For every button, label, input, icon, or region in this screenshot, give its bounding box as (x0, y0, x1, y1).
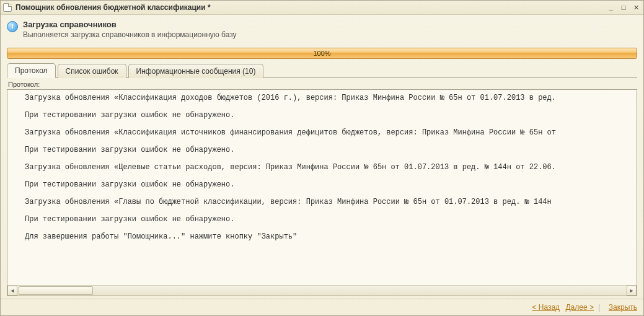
page-title: Загрузка справочников (23, 20, 237, 29)
log-panel: Загрузка обновления «Классификация доход… (7, 89, 637, 296)
horizontal-scrollbar[interactable]: ◄ ► (7, 285, 637, 296)
app-window: Помощник обновления бюджетной классифика… (0, 0, 644, 316)
log-line: Загрузка обновления «Главы по бюджетной … (25, 198, 632, 206)
log-line: При тестировании загрузки ошибок не обна… (25, 111, 632, 120)
back-button[interactable]: < Назад (532, 303, 560, 312)
scroll-thumb[interactable] (19, 286, 93, 295)
log-line: Загрузка обновления «Целевые статьи расх… (25, 163, 632, 172)
log-line: При тестировании загрузки ошибок не обна… (25, 215, 632, 224)
wizard-footer: < Назад Далее > | Закрыть (1, 299, 643, 315)
progress-label: 100% (7, 48, 637, 58)
next-button[interactable]: Далее > (565, 303, 594, 312)
page-header: i Загрузка справочников Выполняется загр… (7, 20, 637, 39)
page-subtitle: Выполняется загрузка справочников в инфо… (23, 30, 237, 39)
tab-errors[interactable]: Список ошибок (58, 64, 126, 78)
scroll-left-button[interactable]: ◄ (7, 286, 17, 296)
titlebar: Помощник обновления бюджетной классифика… (1, 1, 643, 15)
window-title: Помощник обновления бюджетной классифика… (15, 3, 606, 12)
info-icon: i (7, 21, 18, 32)
progress-bar: 100% (7, 48, 637, 59)
document-icon (3, 3, 12, 12)
window-controls: _ □ ✕ (606, 3, 641, 12)
minimize-button[interactable]: _ (606, 3, 616, 12)
maximize-button[interactable]: □ (619, 3, 629, 12)
log-line: Загрузка обновления «Классификация доход… (25, 94, 632, 102)
tabstrip: Протокол Список ошибок Информационные со… (7, 63, 637, 78)
log-line: Для завершения работы "Помощника..." наж… (25, 232, 632, 241)
tab-info-messages[interactable]: Информационные сообщения (10) (128, 64, 264, 78)
content-area: i Загрузка справочников Выполняется загр… (1, 15, 643, 299)
log-body[interactable]: Загрузка обновления «Классификация доход… (7, 90, 637, 285)
log-line: При тестировании загрузки ошибок не обна… (25, 180, 632, 189)
log-line: При тестировании загрузки ошибок не обна… (25, 146, 632, 154)
tab-protocol[interactable]: Протокол (7, 63, 56, 78)
close-window-button[interactable]: ✕ (631, 3, 641, 12)
log-line: Загрузка обновления «Классификация источ… (25, 128, 632, 137)
separator: | (598, 303, 600, 312)
log-label: Протокол: (8, 81, 637, 88)
scroll-right-button[interactable]: ► (627, 286, 637, 296)
page-header-text: Загрузка справочников Выполняется загруз… (23, 20, 237, 39)
close-button[interactable]: Закрыть (609, 303, 637, 312)
